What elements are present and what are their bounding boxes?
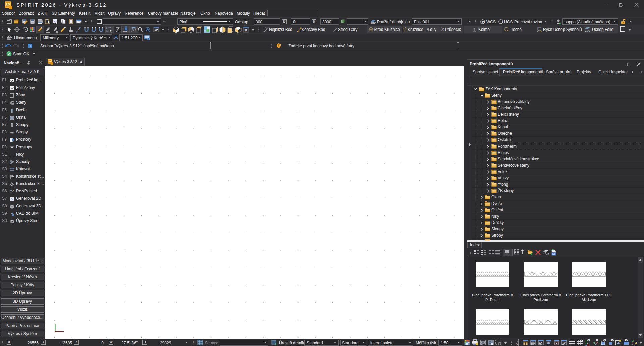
svg-text:i: i — [30, 44, 31, 48]
svg-text:ss: ss — [56, 31, 58, 33]
svg-text:4T: 4T — [546, 253, 549, 256]
svg-text:!: ! — [278, 44, 279, 48]
svg-text:LV: LV — [552, 253, 555, 255]
